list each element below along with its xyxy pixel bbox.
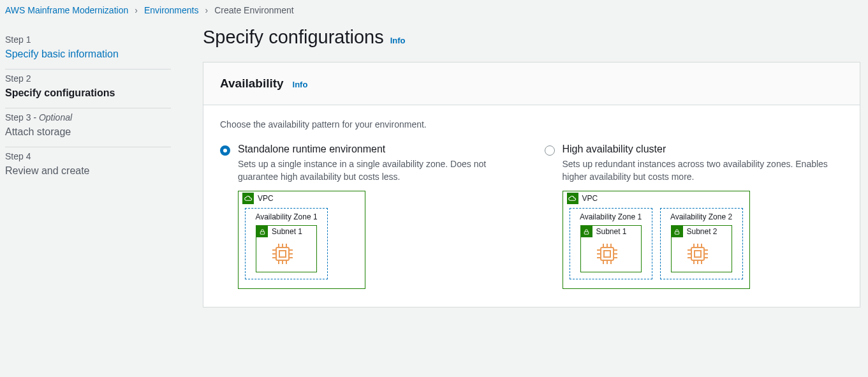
wizard-step-1[interactable]: Step 1 Specify basic information bbox=[5, 31, 171, 70]
breadcrumb: AWS Mainframe Modernization › Environmen… bbox=[5, 5, 868, 15]
wizard-step-label: Step 4 bbox=[5, 151, 171, 161]
lock-icon bbox=[256, 226, 268, 237]
option-title[interactable]: High availability cluster bbox=[563, 144, 666, 155]
chip-icon bbox=[597, 244, 617, 264]
wizard-step-label: Step 2 bbox=[5, 73, 171, 84]
wizard-step-title[interactable]: Review and create bbox=[5, 165, 171, 177]
az-label: Availability Zone 1 bbox=[574, 209, 648, 225]
vpc-label: VPC bbox=[582, 194, 598, 203]
option-description: Sets up a single instance in a single av… bbox=[238, 158, 519, 183]
wizard-step-3[interactable]: Step 3 - Optional Attach storage bbox=[5, 108, 171, 147]
info-link[interactable]: Info bbox=[390, 36, 406, 45]
subnet-label: Subnet 1 bbox=[596, 227, 627, 236]
svg-rect-17 bbox=[604, 251, 610, 257]
svg-rect-1 bbox=[276, 248, 289, 260]
lock-icon bbox=[672, 226, 683, 237]
chevron-right-icon: › bbox=[135, 5, 138, 15]
option-description: Sets up redundant instances across two a… bbox=[563, 158, 844, 183]
wizard-step-2[interactable]: Step 2 Specify configurations bbox=[5, 70, 171, 108]
page-title: Specify configurations Info bbox=[203, 27, 860, 48]
wizard-step-title[interactable]: Specify basic information bbox=[5, 48, 171, 60]
chip-icon bbox=[272, 244, 293, 264]
info-link[interactable]: Info bbox=[293, 80, 308, 89]
availability-options: Standalone runtime environment Sets up a… bbox=[220, 144, 843, 289]
wizard-step-label: Step 3 - Optional bbox=[5, 112, 171, 122]
radio-high-availability[interactable] bbox=[545, 145, 555, 156]
svg-rect-16 bbox=[601, 248, 614, 260]
subnet-label: Subnet 1 bbox=[272, 227, 302, 236]
cloud-icon bbox=[242, 193, 254, 204]
svg-rect-0 bbox=[260, 232, 264, 234]
availability-description: Choose the availability pattern for your… bbox=[220, 119, 843, 129]
svg-rect-30 bbox=[675, 232, 679, 234]
radio-standalone[interactable] bbox=[220, 145, 230, 156]
main-content: Specify configurations Info Availability… bbox=[203, 27, 868, 307]
option-standalone: Standalone runtime environment Sets up a… bbox=[220, 144, 519, 289]
diagram-standalone: VPC Availability Zone 1 bbox=[238, 191, 519, 289]
vpc-label: VPC bbox=[258, 194, 274, 203]
svg-rect-2 bbox=[279, 251, 286, 257]
option-title[interactable]: Standalone runtime environment bbox=[238, 144, 385, 155]
availability-panel: Availability Info Choose the availabilit… bbox=[203, 62, 860, 307]
breadcrumb-link-service[interactable]: AWS Mainframe Modernization bbox=[5, 5, 128, 15]
wizard-step-4[interactable]: Step 4 Review and create bbox=[5, 147, 171, 186]
svg-rect-32 bbox=[695, 251, 701, 257]
breadcrumb-link-environments[interactable]: Environments bbox=[144, 5, 199, 15]
subnet-label: Subnet 2 bbox=[687, 227, 717, 236]
panel-header: Availability Info bbox=[203, 63, 860, 105]
wizard-nav: Step 1 Specify basic information Step 2 … bbox=[5, 27, 171, 307]
availability-heading: Availability bbox=[220, 77, 284, 91]
breadcrumb-current: Create Environment bbox=[214, 5, 294, 15]
cloud-icon bbox=[567, 193, 578, 204]
lock-icon bbox=[581, 226, 592, 237]
wizard-step-title[interactable]: Attach storage bbox=[5, 126, 171, 138]
chip-icon bbox=[688, 244, 708, 264]
az-label: Availability Zone 2 bbox=[665, 209, 739, 225]
svg-rect-31 bbox=[691, 248, 704, 260]
option-high-availability: High availability cluster Sets up redund… bbox=[545, 144, 844, 289]
svg-rect-15 bbox=[584, 232, 588, 234]
chevron-right-icon: › bbox=[205, 5, 208, 15]
wizard-step-label: Step 1 bbox=[5, 34, 171, 45]
az-label: Availability Zone 1 bbox=[249, 209, 323, 225]
wizard-step-title[interactable]: Specify configurations bbox=[5, 87, 171, 99]
diagram-ha: VPC Availability Zone 1 bbox=[563, 191, 844, 289]
